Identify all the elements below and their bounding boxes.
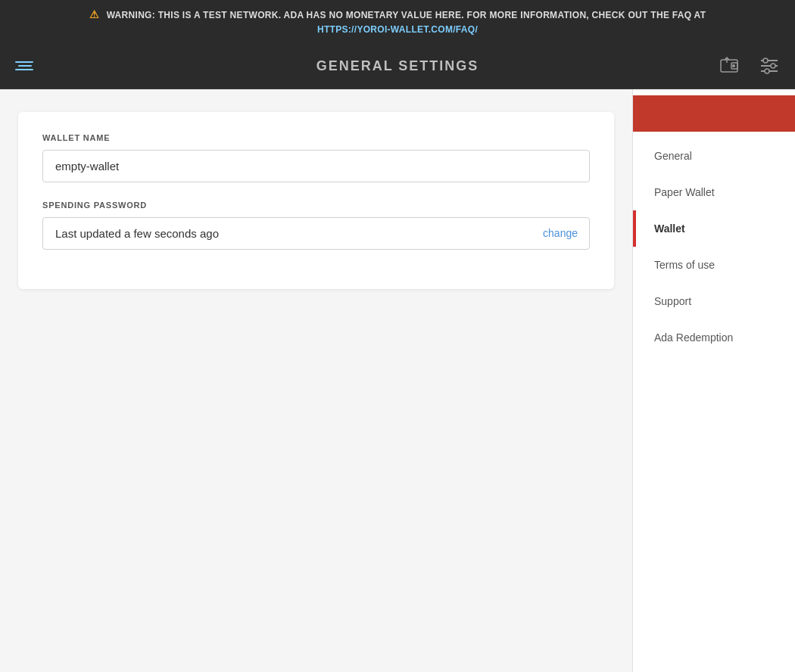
top-nav: GENERAL SETTINGS [0,44,795,89]
nav-icons [716,52,783,79]
settings-card: WALLET NAME SPENDING PASSWORD change [18,112,614,289]
sidebar-item-terms-of-use[interactable]: Terms of use [633,247,795,283]
warning-link[interactable]: HTTPS://YOROI-WALLET.COM/FAQ/ [12,23,783,37]
wallet-name-input[interactable] [42,150,590,182]
wallet-export-button[interactable] [716,52,744,79]
svg-point-5 [763,58,768,63]
wallet-name-label: WALLET NAME [42,133,590,142]
svg-point-2 [732,64,735,67]
warning-banner: ⚠ WARNING: THIS IS A TEST NETWORK. ADA H… [0,0,795,44]
sidebar-item-wallet[interactable]: Wallet [633,210,795,247]
sidebar-item-general[interactable]: General [633,138,795,174]
wallet-name-group: WALLET NAME [42,133,590,182]
svg-point-7 [771,64,775,68]
sidebar: General Paper Wallet Wallet Terms of use… [632,89,795,672]
page-title: GENERAL SETTINGS [316,58,479,74]
wallet-export-icon [716,52,744,79]
sidebar-top-button[interactable] [633,95,795,132]
logo [15,61,33,70]
spending-password-group: SPENDING PASSWORD change [42,201,590,250]
content-area: WALLET NAME SPENDING PASSWORD change [0,89,632,672]
spending-password-input[interactable] [42,217,590,250]
main-content: WALLET NAME SPENDING PASSWORD change Gen… [0,89,795,672]
svg-point-9 [765,69,769,73]
settings-icon [758,54,781,77]
spending-password-label: SPENDING PASSWORD [42,201,590,210]
warning-icon: ⚠ [89,8,99,20]
logo-icon [15,61,33,70]
sidebar-item-paper-wallet[interactable]: Paper Wallet [633,174,795,210]
password-field-wrapper: change [42,217,590,250]
change-password-button[interactable]: change [543,227,578,239]
warning-text: WARNING: THIS IS A TEST NETWORK. ADA HAS… [107,10,706,20]
settings-button[interactable] [756,52,783,79]
sidebar-item-support[interactable]: Support [633,283,795,319]
sidebar-item-ada-redemption[interactable]: Ada Redemption [633,319,795,356]
